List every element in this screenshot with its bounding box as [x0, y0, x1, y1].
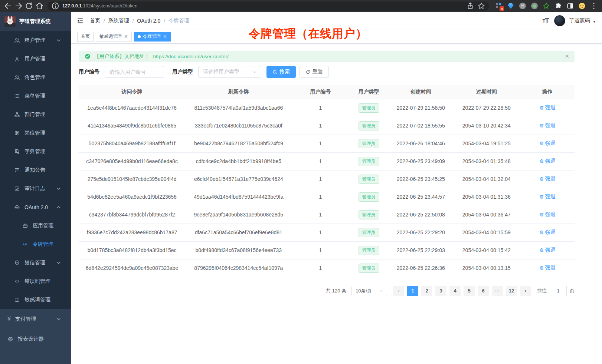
tab-首页[interactable]: 首页 — [77, 32, 94, 42]
chevron-down-icon — [379, 289, 384, 293]
action-cell: 强退 — [520, 224, 575, 241]
page-size-select[interactable]: 10条/页 — [351, 286, 387, 296]
tab-label: 令牌管理 — [143, 33, 161, 40]
address-bar[interactable]: 127.0.0.1:1024/system/oauth2/token — [48, 1, 489, 11]
reset-button[interactable]: 重置 — [300, 66, 329, 78]
puzzle-extension-icon[interactable] — [554, 2, 562, 10]
font-size-icon[interactable]: TT — [543, 17, 549, 25]
sidebar-item-user[interactable]: 用户管理 — [0, 50, 71, 68]
tab-close-icon[interactable]: ✕ — [163, 34, 167, 39]
page-button-4[interactable]: 4 — [449, 286, 461, 296]
trash-icon — [539, 230, 544, 235]
sidebar-item-sms[interactable]: 短信管理 — [0, 254, 71, 272]
force-logout-button[interactable]: 强退 — [539, 211, 556, 218]
tab-敏感词管理[interactable]: 敏感词管理✕ — [96, 32, 132, 42]
user-type-cell: 管理员 — [349, 206, 389, 224]
tree-icon — [14, 93, 20, 99]
force-logout-button[interactable]: 强退 — [539, 122, 556, 129]
prev-page-button[interactable]: ‹ — [393, 286, 404, 296]
page-button-12[interactable]: 12 — [506, 286, 517, 296]
chevron-up-icon — [56, 204, 62, 210]
share-icon[interactable] — [466, 2, 474, 10]
app-logo[interactable]: 芋道管理系统 — [0, 12, 71, 31]
sidebar-item-app-manage[interactable]: 应用管理 — [0, 216, 71, 235]
force-logout-button[interactable]: 强退 — [539, 140, 556, 147]
page-button-3[interactable]: 3 — [435, 286, 446, 296]
force-logout-button[interactable]: 强退 — [539, 176, 556, 182]
user-id-input[interactable] — [105, 66, 164, 78]
expire-time-cell: 2022-07-29 22:28:50 — [453, 99, 520, 117]
next-page-button[interactable]: › — [520, 286, 531, 296]
sidebar: 芋道管理系统 租户管理用户管理角色管理菜单管理部门管理岗位管理字典管理通知公告审… — [0, 12, 71, 364]
site-info-icon[interactable] — [51, 2, 59, 10]
record-extension-icon[interactable] — [531, 2, 538, 10]
user-id-label: 用户编号 — [79, 69, 99, 75]
alert-close-icon[interactable]: ✕ — [565, 53, 569, 60]
emoji-profile-icon[interactable] — [578, 2, 586, 10]
sidebar-item-notice[interactable]: 通知公告 — [0, 161, 71, 179]
sidebar-item-token-manage[interactable]: 令牌管理 — [0, 235, 71, 254]
user-type-cell: 管理员 — [349, 117, 389, 135]
gem-extension-icon[interactable] — [507, 2, 514, 10]
access-token-cell: 502375b8040a469a9b82188afdf6af1f — [79, 135, 185, 152]
user-id-cell: 1 — [292, 206, 349, 224]
sidebar-item-dict[interactable]: 字典管理 — [0, 142, 71, 161]
page-button-5[interactable]: 5 — [464, 286, 475, 296]
breadcrumb-item[interactable]: OAuth 2.0 — [137, 18, 160, 24]
breadcrumb-item[interactable]: 系统管理 — [108, 17, 129, 24]
force-logout-button[interactable]: 强退 — [539, 247, 556, 254]
bookmark-star-icon[interactable] — [477, 2, 485, 10]
created-time-cell: 2022-06-25 23:45:25 — [389, 170, 453, 188]
command-extension-icon[interactable]: ⌘ — [519, 2, 526, 10]
sidebar-item-errcode[interactable]: 错误码管理 — [0, 272, 71, 291]
url-text: 127.0.0.1:1024/system/oauth2/token — [62, 3, 137, 9]
page-jump-input[interactable] — [550, 286, 567, 296]
page-button-2[interactable]: 2 — [421, 286, 432, 296]
side-panel-icon[interactable] — [566, 2, 574, 10]
force-logout-button[interactable]: 强退 — [539, 229, 556, 236]
user-type-tag: 管理员 — [359, 175, 379, 184]
force-logout-button[interactable]: 强退 — [539, 193, 556, 200]
back-icon[interactable] — [4, 1, 13, 10]
sidebar-collapse-icon[interactable] — [76, 17, 84, 24]
page-button-6[interactable]: 6 — [478, 286, 489, 296]
expire-time-cell: 2054-03-04 19:51:25 — [453, 135, 520, 152]
sidebar-item-tenant[interactable]: 租户管理 — [0, 31, 71, 50]
sidebar-item-menu[interactable]: 菜单管理 — [0, 87, 71, 105]
breadcrumb-item[interactable]: 首页 — [90, 17, 100, 24]
avatar[interactable] — [554, 15, 565, 26]
reload-icon[interactable] — [24, 1, 33, 10]
sidebar-item-report[interactable]: 报表设计器 — [0, 329, 71, 349]
sidebar-item-sensitive[interactable]: 敏感词管理 — [0, 291, 71, 309]
pager-ellipsis[interactable]: ··· — [492, 286, 503, 296]
alert-doc-link[interactable]: https://doc.iocoder.cn/user-center/ — [153, 54, 229, 59]
force-logout-button[interactable]: 强退 — [539, 265, 556, 271]
sidebar-item-pay[interactable]: ¥支付管理 — [0, 309, 71, 329]
tab-close-icon[interactable]: ✕ — [124, 34, 128, 39]
sidebar-item-post[interactable]: 岗位管理 — [0, 124, 71, 142]
sidebar-item-audit[interactable]: 审计日志 — [0, 179, 71, 198]
force-logout-button[interactable]: 强退 — [539, 158, 556, 165]
sidebar-item-role[interactable]: 角色管理 — [0, 68, 71, 87]
user-name: 芋道源码 — [569, 17, 590, 24]
expire-time-cell: 2054-03-10 20:42:34 — [453, 117, 520, 135]
access-token-cell: c342377bf8b344799dcbf7bf095287f2 — [79, 206, 185, 224]
force-logout-button[interactable]: 强退 — [539, 105, 556, 111]
refresh-token-cell: e6cfd40eb1f54571a31e775e039c4624 — [185, 170, 292, 188]
refresh-token-cell: cdfc4ce9c2da4bb1bdf21b9918ff4be5 — [185, 152, 292, 170]
tab-令牌管理[interactable]: 令牌管理✕ — [134, 32, 171, 42]
forward-icon[interactable] — [14, 1, 23, 10]
refresh-token-cell: 9ce8ef2aa9f14056b831ae9b608e28d5 — [185, 206, 292, 224]
extension-grid-icon[interactable]: 9 — [495, 2, 503, 10]
page-button-1[interactable]: 1 — [407, 286, 418, 296]
sidebar-item-dept[interactable]: 部门管理 — [0, 105, 71, 124]
action-cell: 强退 — [520, 152, 575, 170]
browser-toolbar: 127.0.0.1:1024/system/oauth2/token 9 ⌘ — [0, 0, 602, 12]
caret-down-icon[interactable]: ▾ — [593, 18, 595, 24]
star-extension-icon[interactable] — [543, 2, 550, 10]
search-button[interactable]: 搜索 — [266, 66, 296, 78]
sidebar-item-oauth[interactable]: OAuth 2.0 — [0, 198, 71, 216]
browser-menu-icon[interactable] — [589, 1, 598, 10]
home-icon[interactable] — [35, 1, 44, 10]
user-type-select[interactable]: 请选择用户类型 — [198, 66, 261, 78]
